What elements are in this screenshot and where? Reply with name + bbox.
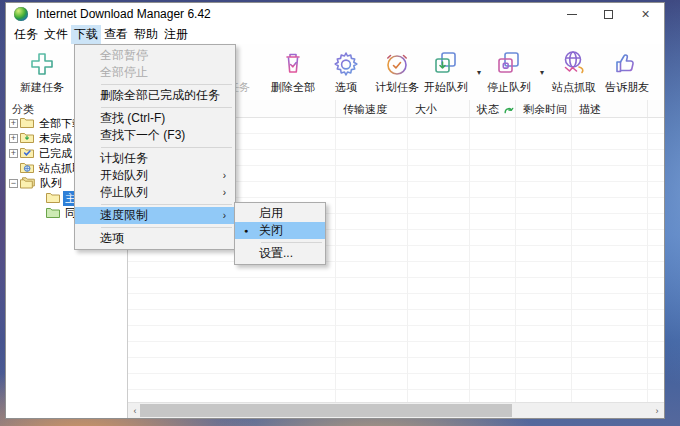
start-queue-icon <box>430 48 462 80</box>
column-gridline <box>407 118 408 403</box>
toolbar-button-label: 告诉朋友 <box>595 80 659 95</box>
submenu-arrow-icon: › <box>223 167 226 184</box>
toolbar-button-plus[interactable]: 新建任务 <box>10 48 74 95</box>
download-menu-item[interactable]: 计划任务 <box>75 150 235 167</box>
scroll-right-icon[interactable]: › <box>650 403 664 418</box>
column-gridline <box>571 118 572 403</box>
download-menu-separator <box>101 147 232 148</box>
column-header-label: 剩余时间 <box>523 102 567 117</box>
column-gridline <box>335 118 336 403</box>
folder-globe-icon <box>20 162 34 175</box>
site-grabber-icon <box>558 48 590 80</box>
radio-dot-icon: ● <box>244 222 248 239</box>
column-header-label: 大小 <box>415 102 437 117</box>
thumbs-up-icon <box>611 48 643 80</box>
column-header-label: 传输速度 <box>343 102 387 117</box>
submenu-arrow-icon: › <box>223 184 226 201</box>
tree-item-label: 未完成 <box>37 131 74 146</box>
column-gridline <box>515 118 516 403</box>
plus-icon <box>26 48 58 80</box>
speed-limit-submenu: 启用关闭●设置... <box>234 202 326 265</box>
trash-check-icon <box>277 48 309 80</box>
toolbar-button-label: 停止队列 <box>477 80 541 95</box>
menubar: 任务文件下载查看帮助注册 <box>6 25 664 44</box>
folder-icon <box>46 192 60 205</box>
column-header[interactable]: 传输速度 <box>336 100 408 117</box>
menubar-item[interactable]: 文件 <box>41 25 71 44</box>
horizontal-scrollbar[interactable]: ‹ › <box>128 402 664 418</box>
close-button[interactable]: × <box>627 3 664 25</box>
gear-icon <box>330 48 362 80</box>
minimize-icon <box>567 14 577 15</box>
download-menu-item[interactable]: 速度限制› <box>75 207 235 224</box>
desktop: { "window": { "title": "Internet Downloa… <box>0 0 680 426</box>
download-menu-item[interactable]: 查找 (Ctrl-F) <box>75 110 235 127</box>
titlebar: Internet Download Manager 6.42 × <box>6 3 664 25</box>
tree-item-label: 已完成 <box>37 146 74 161</box>
column-header-label: 描述 <box>579 102 601 117</box>
column-header[interactable]: 剩余时间 <box>516 100 572 117</box>
download-menu-item[interactable]: 停止队列› <box>75 184 235 201</box>
menubar-item[interactable]: 查看 <box>101 25 131 44</box>
download-menu-separator <box>101 84 232 85</box>
speed-submenu-item[interactable]: 关闭● <box>235 222 325 239</box>
toolbar-button-label: 开始队列 <box>414 80 478 95</box>
column-header[interactable]: 大小 <box>408 100 470 117</box>
column-header[interactable]: 状态 <box>470 100 516 117</box>
sort-arrow-icon <box>503 104 514 116</box>
tree-item-label: 队列 <box>38 176 64 191</box>
menubar-item[interactable]: 任务 <box>11 25 41 44</box>
minimize-button[interactable] <box>553 3 590 25</box>
toolbar-button-stop-queue[interactable]: 停止队列 <box>477 48 541 95</box>
scrollbar-thumb[interactable] <box>140 404 512 417</box>
download-menu-item: 全部暂停 <box>75 47 235 64</box>
menubar-item[interactable]: 帮助 <box>131 25 161 44</box>
speed-submenu-item[interactable]: 设置... <box>235 245 325 262</box>
menubar-item[interactable]: 注册 <box>161 25 191 44</box>
folder-check-icon <box>20 147 34 160</box>
download-menu-item[interactable]: 删除全部已完成的任务 <box>75 87 235 104</box>
speed-submenu-separator <box>261 242 322 243</box>
menubar-item[interactable]: 下载 <box>71 25 101 44</box>
folder-green-icon <box>46 207 60 220</box>
download-menu-separator <box>101 227 232 228</box>
download-menu-item[interactable]: 查找下一个 (F3) <box>75 127 235 144</box>
tree-expander-plus-icon[interactable]: + <box>9 149 18 158</box>
toolbar-button-label: 新建任务 <box>10 80 74 95</box>
idm-window: Internet Download Manager 6.42 × 任务文件下载查… <box>5 2 665 419</box>
download-menu-item[interactable]: 开始队列› <box>75 167 235 184</box>
stop-queue-icon <box>493 48 525 80</box>
column-header[interactable]: 描述 <box>572 100 648 117</box>
folder-down-icon <box>20 132 34 145</box>
folder-stack-icon <box>20 177 35 191</box>
speed-submenu-item[interactable]: 启用 <box>235 205 325 222</box>
tree-expander-plus-icon[interactable]: + <box>9 134 18 143</box>
download-menu-dropdown: 全部暂停全部停止删除全部已完成的任务查找 (Ctrl-F)查找下一个 (F3)计… <box>74 44 236 250</box>
toolbar-button-start-queue[interactable]: 开始队列 <box>414 48 478 95</box>
download-menu-separator <box>101 107 232 108</box>
submenu-arrow-icon: › <box>223 207 226 224</box>
idm-app-icon <box>14 7 28 21</box>
maximize-icon <box>604 10 613 19</box>
alarm-clock-icon <box>381 48 413 80</box>
window-title: Internet Download Manager 6.42 <box>36 7 211 21</box>
download-menu-item: 全部停止 <box>75 64 235 81</box>
window-controls: × <box>553 3 664 25</box>
column-gridline <box>469 118 470 403</box>
tree-expander-minus-icon[interactable]: − <box>9 179 18 188</box>
column-gridline <box>647 118 648 403</box>
folder-icon <box>20 117 34 130</box>
toolbar-button-thumbs-up[interactable]: 告诉朋友 <box>595 48 659 95</box>
maximize-button[interactable] <box>590 3 627 25</box>
download-menu-item[interactable]: 选项 <box>75 230 235 247</box>
download-menu-separator <box>101 204 232 205</box>
close-icon: × <box>641 7 649 21</box>
tree-expander-plus-icon[interactable]: + <box>9 119 18 128</box>
column-header-label: 状态 <box>477 102 499 117</box>
